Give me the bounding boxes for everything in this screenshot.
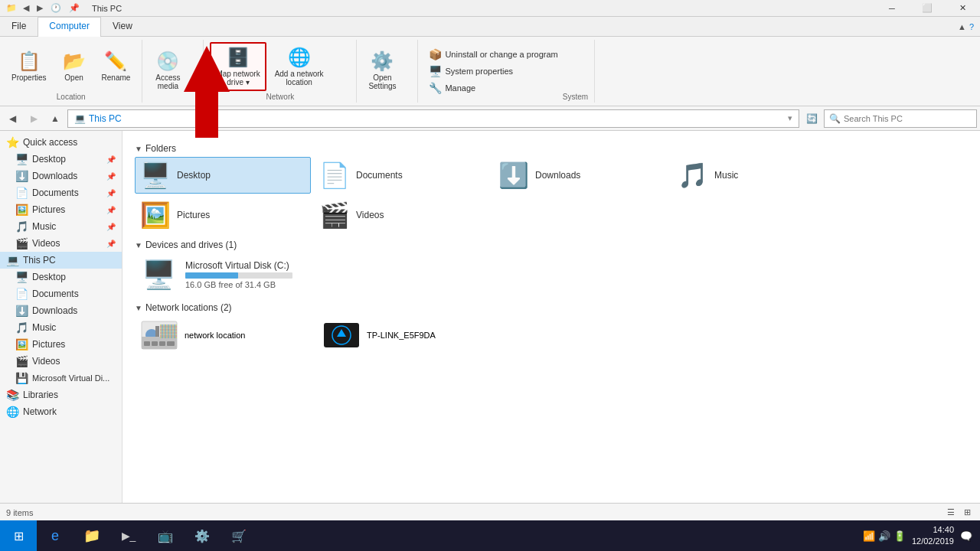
sidebar-item-network[interactable]: 🌐 Network — [0, 403, 122, 420]
view-list-button[interactable]: ☰ — [944, 506, 958, 519]
sidebar-item-videos2[interactable]: 🎬 Videos — [0, 353, 122, 370]
search-box[interactable]: 🔍 — [824, 109, 977, 128]
start-button[interactable]: ⊞ — [0, 520, 37, 551]
add-network-location-button[interactable]: 🌐 Add a networklocation — [270, 43, 329, 90]
network-location-1-icon — [140, 320, 178, 350]
network-location-tplink[interactable]: TP-LINK_E5F9DA — [317, 316, 493, 354]
svg-rect-4 — [144, 341, 150, 346]
libraries-label: Libraries — [23, 390, 58, 400]
uninstall-button[interactable]: 📦 Uninstall or change a program — [424, 47, 562, 62]
tray-network-icon[interactable]: 📶 — [863, 530, 875, 542]
taskbar-notification[interactable]: 🗨️ — [960, 530, 972, 542]
search-input[interactable] — [844, 114, 972, 123]
start-icon: ⊞ — [14, 529, 24, 543]
folder-music-icon: 🎵 — [678, 161, 708, 190]
maximize-button[interactable]: ⬜ — [910, 0, 945, 17]
ribbon-collapse[interactable]: ▲ — [958, 22, 966, 31]
sidebar-item-downloads[interactable]: ⬇️ Downloads 📌 — [0, 168, 122, 184]
folder-desktop[interactable]: 🖥️ Desktop — [135, 157, 311, 194]
path-segment[interactable]: This PC — [89, 113, 122, 124]
taskbar-media[interactable]: 📺 — [147, 520, 184, 551]
taskbar-cmd[interactable]: ▶_ — [110, 520, 147, 551]
properties-button[interactable]: 📋 Properties — [6, 47, 52, 86]
refresh-button[interactable]: 🔄 — [802, 109, 821, 128]
tray-battery-icon[interactable]: 🔋 — [893, 530, 906, 542]
sidebar-item-downloads2[interactable]: ⬇️ Downloads — [0, 302, 122, 319]
sidebar-item-pictures[interactable]: 🖼️ Pictures 📌 — [0, 201, 122, 218]
ribbon-group-system: 📦 Uninstall or change a program 🖥️ Syste… — [418, 40, 595, 103]
sidebar-item-this-pc[interactable]: 💻 This PC — [0, 252, 122, 269]
virtual-disk-icon: 💾 — [15, 372, 28, 384]
system-properties-button[interactable]: 🖥️ System properties — [424, 64, 562, 79]
map-network-drive-button[interactable]: 🗄️ Map networkdrive ▾ — [210, 42, 266, 91]
sidebar-item-quick-access[interactable]: ⭐ Quick access — [0, 134, 122, 151]
sidebar-item-documents[interactable]: 📄 Documents 📌 — [0, 184, 122, 201]
cmd-icon: ▶_ — [122, 530, 136, 542]
pictures-icon: 🖼️ — [15, 204, 28, 216]
up-button[interactable]: ▲ — [46, 109, 64, 128]
open-button[interactable]: 📂 Open — [55, 47, 93, 86]
folders-grid: 🖥️ Desktop 📄 Documents ⬇️ Downloads 🎵 Mu… — [135, 157, 968, 233]
close-button[interactable]: ✕ — [945, 0, 980, 17]
settings-icon: ⚙️ — [371, 51, 394, 72]
drives-chevron[interactable]: ▼ — [135, 241, 142, 249]
folder-music[interactable]: 🎵 Music — [672, 157, 848, 194]
tab-view[interactable]: View — [101, 17, 144, 36]
titlebar-forward[interactable]: ▶ — [34, 3, 46, 13]
back-button[interactable]: ◀ — [3, 109, 21, 128]
sidebar-item-documents2[interactable]: 📄 Documents — [0, 285, 122, 302]
videos2-label: Videos — [32, 356, 60, 367]
titlebar-back[interactable]: ◀ — [20, 3, 32, 13]
svg-rect-3 — [155, 326, 159, 337]
rename-button[interactable]: ✏️ Rename — [96, 47, 136, 86]
sidebar-item-virtual-disk[interactable]: 💾 Microsoft Virtual Di... — [0, 370, 122, 386]
tab-computer[interactable]: Computer — [38, 17, 101, 37]
folder-videos[interactable]: 🎬 Videos — [314, 197, 490, 233]
taskbar-edge[interactable]: e — [37, 520, 74, 551]
folder-downloads-name: Downloads — [535, 170, 580, 181]
app-icon: 📁 — [6, 3, 17, 13]
ribbon-help[interactable]: ? — [969, 22, 974, 31]
taskbar-explorer[interactable]: 📁 — [74, 520, 110, 551]
network-location-1[interactable]: network location — [135, 316, 311, 354]
open-settings-button[interactable]: ⚙️ OpenSettings — [363, 47, 401, 94]
sidebar-item-desktop[interactable]: 🖥️ Desktop 📌 — [0, 151, 122, 168]
manage-button[interactable]: 🔧 Manage — [424, 80, 562, 96]
sidebar-item-libraries[interactable]: 📚 Libraries — [0, 386, 122, 403]
access-media-button[interactable]: 💿 Accessmedia — [149, 47, 187, 94]
downloads-label: Downloads — [32, 171, 77, 181]
drives-list: 🖥️ Microsoft Virtual Disk (C:) 16.0 GB f… — [135, 253, 968, 296]
view-grid-button[interactable]: ⊞ — [961, 506, 974, 519]
taskbar-store[interactable]: 🛒 — [220, 520, 257, 551]
window-title: This PC — [92, 4, 122, 13]
titlebar-pin[interactable]: 📌 — [66, 3, 83, 13]
folder-pictures[interactable]: 🖼️ Pictures — [135, 197, 311, 233]
media-player-icon: 📺 — [158, 529, 173, 543]
taskbar-clock[interactable]: 14:40 12/02/2019 — [912, 524, 954, 548]
sidebar-item-music[interactable]: 🎵 Music 📌 — [0, 218, 122, 235]
ribbon-group-network: 🗄️ Map networkdrive ▾ 🌐 Add a networkloc… — [204, 40, 357, 103]
address-bar: ◀ ▶ ▲ 💻 This PC ▾ 🔄 🔍 — [0, 106, 980, 131]
address-path[interactable]: 💻 This PC ▾ — [67, 109, 799, 128]
titlebar-up[interactable]: 🕐 — [47, 3, 64, 13]
forward-button[interactable]: ▶ — [24, 109, 43, 128]
quick-access-label: Quick access — [23, 137, 77, 148]
sidebar-item-desktop2[interactable]: 🖥️ Desktop — [0, 269, 122, 285]
svg-rect-6 — [159, 341, 165, 346]
sidebar-item-pictures2[interactable]: 🖼️ Pictures — [0, 336, 122, 353]
taskbar-settings[interactable]: ⚙️ — [184, 520, 220, 551]
drive-c[interactable]: 🖥️ Microsoft Virtual Disk (C:) 16.0 GB f… — [135, 253, 968, 296]
tray-volume-icon[interactable]: 🔊 — [878, 530, 890, 542]
network-chevron[interactable]: ▼ — [135, 304, 142, 312]
address-dropdown[interactable]: ▾ — [788, 113, 792, 123]
folder-documents[interactable]: 📄 Documents — [314, 157, 490, 194]
folder-downloads[interactable]: ⬇️ Downloads — [493, 157, 669, 194]
folders-chevron[interactable]: ▼ — [135, 145, 142, 153]
sidebar-item-music2[interactable]: 🎵 Music — [0, 319, 122, 336]
videos-label: Videos — [32, 238, 60, 249]
tab-file[interactable]: File — [0, 17, 38, 36]
pictures2-label: Pictures — [32, 339, 65, 350]
minimize-button[interactable]: ─ — [874, 0, 910, 17]
svg-rect-7 — [167, 341, 175, 346]
sidebar-item-videos[interactable]: 🎬 Videos 📌 — [0, 235, 122, 252]
